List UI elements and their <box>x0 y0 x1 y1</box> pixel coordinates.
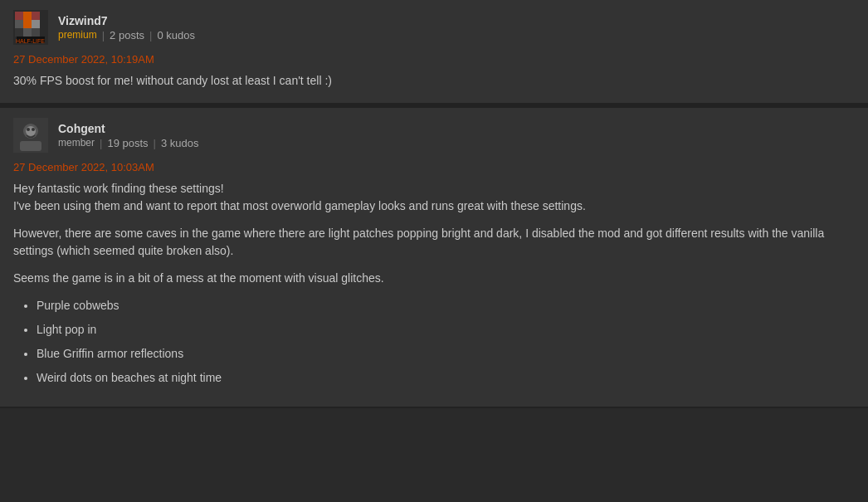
svg-rect-3 <box>32 12 40 20</box>
user-info-cohgent: Cohgent member | 19 posts | 3 kudos <box>58 122 199 149</box>
user-info-vizwind7: Vizwind7 premium | 2 posts | 0 kudos <box>58 14 195 41</box>
post-count-cohgent: 19 posts <box>107 137 148 149</box>
badge-member-cohgent: member <box>58 137 95 149</box>
svg-rect-4 <box>15 20 23 28</box>
svg-rect-2 <box>23 12 32 20</box>
username-vizwind7[interactable]: Vizwind7 <box>58 14 195 27</box>
user-meta-cohgent: member | 19 posts | 3 kudos <box>58 137 199 149</box>
svg-rect-6 <box>32 20 40 28</box>
svg-rect-17 <box>20 141 41 151</box>
separator-3: | <box>100 137 102 149</box>
comment-vizwind7: HALF-LIFE Vizwind7 premium | 2 posts | 0… <box>0 0 868 105</box>
badge-premium-vizwind7: premium <box>58 29 97 41</box>
comment-cohgent: Cohgent member | 19 posts | 3 kudos 27 D… <box>0 108 868 408</box>
bullet-item-3: Weird dots on beaches at night time <box>37 369 855 387</box>
post-date-cohgent: 27 December 2022, 10:03AM <box>13 161 855 173</box>
username-cohgent[interactable]: Cohgent <box>58 122 199 135</box>
post-bullet-list-cohgent: Purple cobwebs Light pop in Blue Griffin… <box>13 297 855 387</box>
svg-point-16 <box>32 128 35 131</box>
avatar-vizwind7: HALF-LIFE <box>13 10 48 45</box>
post-paragraph-cohgent-2: However, there are some caves in the gam… <box>13 225 855 260</box>
post-count-vizwind7: 2 posts <box>110 29 144 41</box>
svg-rect-8 <box>23 28 32 37</box>
svg-rect-1 <box>15 12 23 20</box>
svg-point-14 <box>26 126 36 136</box>
separator-1: | <box>102 29 105 41</box>
user-header-cohgent: Cohgent member | 19 posts | 3 kudos <box>13 118 855 153</box>
user-header-vizwind7: HALF-LIFE Vizwind7 premium | 2 posts | 0… <box>13 10 855 45</box>
user-meta-vizwind7: premium | 2 posts | 0 kudos <box>58 29 195 41</box>
comment-body-cohgent: 27 December 2022, 10:03AM Hey fantastic … <box>13 161 855 387</box>
kudos-cohgent: 3 kudos <box>161 137 199 149</box>
post-paragraph-cohgent-3: Seems the game is in a bit of a mess at … <box>13 270 855 287</box>
bullet-item-0: Purple cobwebs <box>37 297 855 314</box>
post-content-cohgent: Hey fantastic work finding these setting… <box>13 180 855 387</box>
comment-body-vizwind7: 27 December 2022, 10:19AM 30% FPS boost … <box>13 53 855 90</box>
post-date-vizwind7: 27 December 2022, 10:19AM <box>13 53 855 66</box>
post-paragraph-vizwind7-0: 30% FPS boost for me! without candy lost… <box>13 72 855 90</box>
svg-rect-9 <box>32 28 40 37</box>
bullet-item-1: Light pop in <box>37 321 855 339</box>
avatar-cohgent <box>13 118 48 153</box>
separator-4: | <box>154 137 156 149</box>
svg-rect-7 <box>15 28 23 37</box>
svg-point-15 <box>27 128 30 131</box>
kudos-vizwind7: 0 kudos <box>157 29 195 41</box>
post-paragraph-cohgent-0: Hey fantastic work finding these setting… <box>13 180 855 215</box>
svg-text:HALF-LIFE: HALF-LIFE <box>16 38 45 44</box>
post-content-vizwind7: 30% FPS boost for me! without candy lost… <box>13 72 855 90</box>
separator-2: | <box>149 29 152 41</box>
svg-rect-5 <box>23 20 32 28</box>
bullet-item-2: Blue Griffin armor reflections <box>37 345 855 363</box>
